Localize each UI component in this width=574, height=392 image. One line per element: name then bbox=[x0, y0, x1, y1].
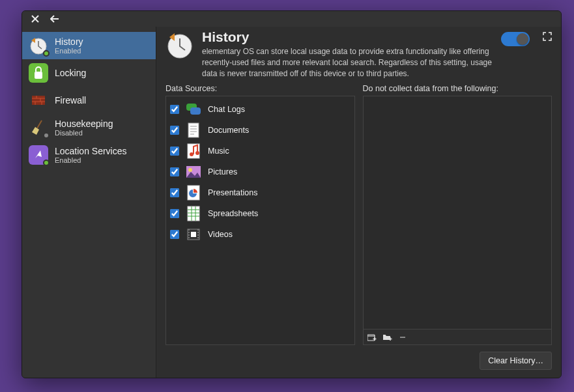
firewall-icon bbox=[29, 91, 48, 110]
sidebar: HistoryEnabledLockingFirewallHousekeepin… bbox=[22, 27, 156, 378]
exclude-toolbar bbox=[363, 329, 552, 345]
data-source-label: Spreadsheets bbox=[208, 209, 258, 218]
data-source-checkbox[interactable] bbox=[170, 188, 179, 197]
sidebar-item-location-services[interactable]: Location ServicesEnabled bbox=[22, 141, 156, 169]
svg-rect-8 bbox=[190, 107, 201, 115]
clear-history-button[interactable]: Clear History… bbox=[480, 352, 552, 370]
lock-icon bbox=[29, 63, 48, 83]
svg-rect-3 bbox=[32, 96, 45, 105]
data-source-item: Documents bbox=[166, 120, 354, 141]
broom-icon bbox=[29, 118, 48, 137]
sidebar-item-sublabel: Enabled bbox=[55, 156, 127, 164]
data-source-checkbox[interactable] bbox=[170, 147, 179, 156]
sidebar-item-housekeeping[interactable]: HousekeepingDisabled bbox=[22, 114, 156, 141]
pictures-icon bbox=[184, 163, 203, 181]
history-toggle[interactable] bbox=[501, 32, 530, 46]
presentation-icon bbox=[184, 184, 203, 202]
data-source-item: Pictures bbox=[166, 161, 354, 182]
sidebar-item-label: Locking bbox=[55, 68, 86, 78]
data-source-item: Spreadsheets bbox=[166, 203, 354, 224]
data-source-label: Music bbox=[208, 147, 229, 156]
footer: Clear History… bbox=[165, 352, 552, 370]
data-source-item: Music bbox=[166, 141, 354, 161]
sidebar-item-label: Firewall bbox=[55, 95, 86, 105]
data-source-label: Chat Logs bbox=[208, 105, 245, 114]
data-source-checkbox[interactable] bbox=[170, 126, 179, 135]
data-sources-list: Chat LogsDocumentsMusicPicturesPresentat… bbox=[165, 96, 355, 345]
data-source-label: Documents bbox=[208, 126, 249, 135]
video-icon bbox=[184, 225, 203, 244]
sidebar-item-sublabel: Disabled bbox=[55, 129, 113, 137]
panel-title: History bbox=[202, 29, 493, 45]
svg-rect-2 bbox=[35, 72, 42, 79]
data-source-label: Presentations bbox=[208, 188, 257, 197]
titlebar bbox=[22, 11, 561, 27]
sidebar-item-locking[interactable]: Locking bbox=[22, 59, 156, 87]
close-button[interactable] bbox=[29, 12, 42, 25]
svg-point-12 bbox=[195, 151, 199, 155]
data-source-label: Pictures bbox=[208, 167, 237, 176]
data-sources-label: Data Sources: bbox=[165, 84, 355, 93]
svg-rect-18 bbox=[191, 232, 196, 237]
exclude-label: Do not collect data from the following: bbox=[363, 84, 552, 93]
sidebar-item-firewall[interactable]: Firewall bbox=[22, 87, 156, 114]
document-icon bbox=[184, 121, 203, 139]
data-source-item: Chat Logs bbox=[166, 99, 354, 120]
data-source-label: Videos bbox=[208, 230, 233, 239]
chat-icon bbox=[184, 100, 203, 119]
svg-rect-9 bbox=[188, 123, 199, 137]
sidebar-item-label: Location Services bbox=[55, 146, 127, 156]
sidebar-item-sublabel: Enabled bbox=[55, 47, 83, 55]
main-panel: History elementary OS can store local us… bbox=[156, 27, 561, 378]
svg-rect-16 bbox=[188, 206, 199, 221]
svg-point-14 bbox=[188, 168, 192, 172]
add-file-icon[interactable] bbox=[367, 333, 377, 341]
data-sources-column: Data Sources: Chat LogsDocumentsMusicPic… bbox=[165, 84, 355, 345]
settings-window: HistoryEnabledLockingFirewallHousekeepin… bbox=[22, 10, 562, 378]
sidebar-item-label: History bbox=[55, 36, 83, 47]
data-source-checkbox[interactable] bbox=[170, 167, 179, 176]
exclude-list bbox=[363, 96, 552, 329]
svg-rect-19 bbox=[367, 335, 375, 341]
add-folder-icon[interactable] bbox=[383, 333, 392, 341]
panel-description: elementary OS can store local usage data… bbox=[202, 46, 493, 79]
back-button[interactable] bbox=[48, 12, 61, 25]
panel-header: History elementary OS can store local us… bbox=[165, 29, 552, 79]
remove-icon[interactable] bbox=[399, 333, 407, 341]
exclude-column: Do not collect data from the following: bbox=[363, 84, 552, 345]
data-source-item: Presentations bbox=[166, 182, 354, 203]
location-icon bbox=[29, 145, 48, 165]
spreadsheet-icon bbox=[184, 204, 203, 223]
data-source-checkbox[interactable] bbox=[170, 209, 179, 218]
sidebar-item-label: Housekeeping bbox=[55, 119, 113, 129]
data-source-checkbox[interactable] bbox=[170, 105, 179, 114]
data-source-item: Videos bbox=[166, 224, 354, 245]
sidebar-item-history[interactable]: HistoryEnabled bbox=[22, 32, 156, 59]
history-icon bbox=[165, 31, 194, 59]
history-icon bbox=[29, 36, 48, 55]
data-source-checkbox[interactable] bbox=[170, 230, 179, 239]
expand-button[interactable] bbox=[543, 32, 552, 41]
music-icon bbox=[184, 142, 203, 160]
